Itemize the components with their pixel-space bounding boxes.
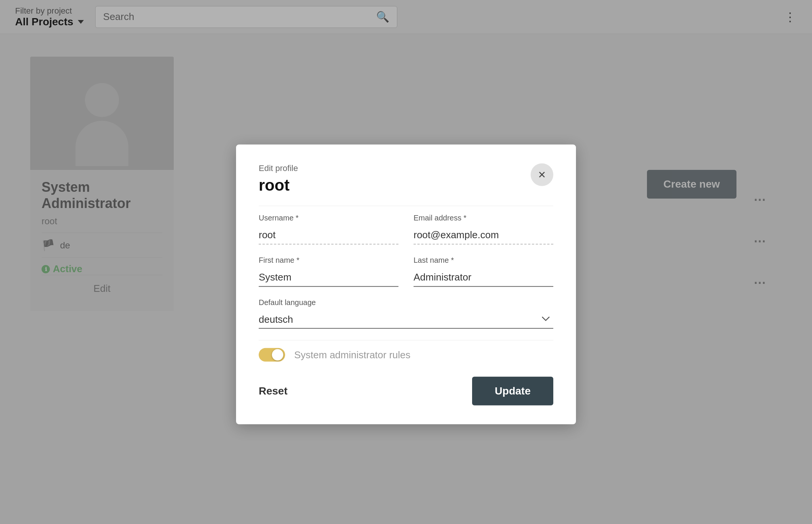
username-label: Username * [259, 214, 398, 222]
edit-profile-modal: Edit profile root ✕ Username * Email add… [236, 145, 576, 424]
edit-profile-label: Edit profile [259, 163, 298, 173]
toggle-row: System administrator rules [259, 348, 553, 362]
last-name-field-group: Last name * [414, 256, 553, 287]
form-row-1: Username * Email address * [259, 214, 553, 245]
admin-rules-toggle[interactable] [259, 348, 285, 362]
email-input[interactable] [414, 226, 553, 245]
language-select[interactable]: deutsch English français español [259, 311, 553, 328]
close-icon: ✕ [538, 169, 546, 180]
divider-1 [259, 206, 553, 206]
toggle-label: System administrator rules [294, 349, 411, 361]
language-field-group: Default language deutsch English françai… [259, 298, 553, 329]
last-name-label: Last name * [414, 256, 553, 265]
modal-footer: Reset Update [259, 377, 553, 405]
update-button[interactable]: Update [472, 377, 553, 405]
close-button[interactable]: ✕ [531, 163, 553, 186]
toggle-knob [272, 349, 283, 361]
username-input[interactable] [259, 226, 398, 245]
form-row-2: First name * Last name * [259, 256, 553, 287]
language-label: Default language [259, 298, 553, 307]
reset-button[interactable]: Reset [259, 380, 287, 402]
first-name-field-group: First name * [259, 256, 398, 287]
first-name-input[interactable] [259, 268, 398, 287]
modal-username: root [259, 176, 298, 194]
username-field-group: Username * [259, 214, 398, 245]
email-label: Email address * [414, 214, 553, 222]
modal-header: Edit profile root ✕ [259, 163, 553, 194]
modal-title-section: Edit profile root [259, 163, 298, 194]
email-field-group: Email address * [414, 214, 553, 245]
first-name-label: First name * [259, 256, 398, 265]
divider-2 [259, 340, 553, 341]
last-name-input[interactable] [414, 268, 553, 287]
language-select-wrap: deutsch English français español [259, 311, 553, 329]
